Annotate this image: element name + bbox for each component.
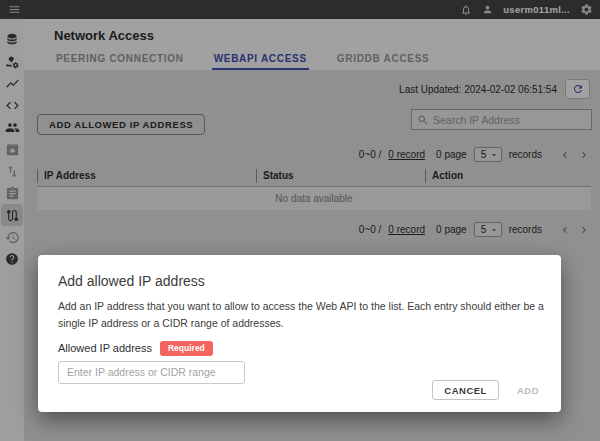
modal-title: Add allowed IP address — [58, 273, 541, 289]
allowed-ip-label: Allowed IP address — [58, 342, 152, 354]
allowed-ip-input[interactable] — [58, 361, 245, 384]
app-window: userm011ml... — [0, 0, 600, 441]
add-button-disabled[interactable]: ADD — [513, 385, 543, 396]
cancel-button[interactable]: CANCEL — [432, 380, 499, 400]
modal-footer: CANCEL ADD — [432, 380, 543, 400]
modal-description: Add an IP address that you want to allow… — [58, 298, 546, 333]
required-badge: Required — [160, 341, 213, 356]
allowed-ip-field-row: Allowed IP address Required — [58, 341, 541, 356]
add-ip-modal: Add allowed IP address Add an IP address… — [38, 255, 561, 412]
